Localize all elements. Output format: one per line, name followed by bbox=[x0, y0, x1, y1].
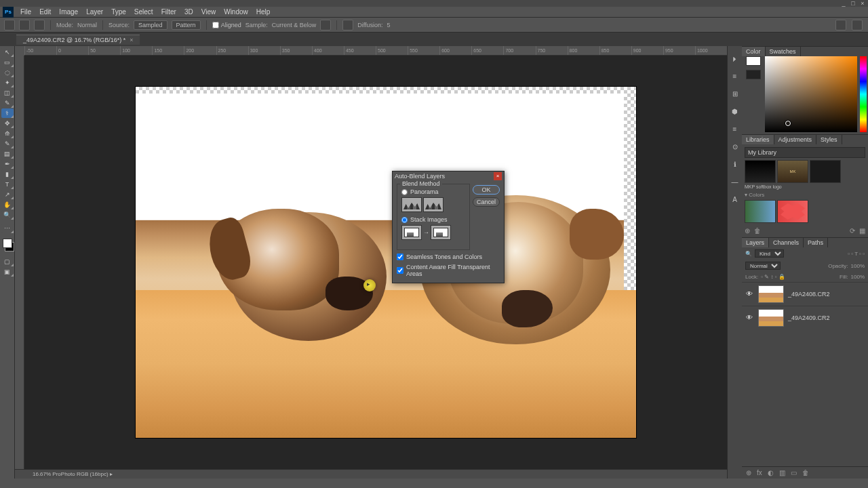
tool-crop[interactable]: ◫ bbox=[1, 88, 14, 98]
sample-value[interactable]: Current & Below bbox=[272, 22, 317, 28]
ruler-horizontal[interactable]: -500501001502002503003504004505005506006… bbox=[24, 46, 727, 56]
color-chip-fg[interactable] bbox=[746, 56, 761, 66]
tool-marquee[interactable]: ▭ bbox=[1, 58, 14, 67]
menu-select[interactable]: Select bbox=[130, 8, 157, 16]
radio-stack-images[interactable]: Stack Images bbox=[401, 216, 465, 223]
tool-type[interactable]: T bbox=[1, 180, 14, 189]
tab-paths[interactable]: Paths bbox=[804, 238, 828, 247]
hue-bar[interactable] bbox=[860, 56, 867, 132]
layer-thumbnail[interactable] bbox=[758, 285, 784, 303]
tool-clone-stamp[interactable]: ⟰ bbox=[1, 129, 14, 138]
layer-row[interactable]: 👁 _49A2409.CR2 bbox=[742, 306, 868, 329]
tool-hand[interactable]: ✋ bbox=[1, 200, 14, 209]
tab-layers[interactable]: Layers bbox=[742, 238, 769, 247]
search-icon[interactable] bbox=[835, 20, 846, 30]
cancel-button[interactable]: Cancel bbox=[473, 197, 500, 207]
library-selector[interactable]: My Library bbox=[745, 147, 865, 158]
lib-trash-icon[interactable]: 🗑 bbox=[754, 227, 761, 235]
tool-move[interactable]: ↖ bbox=[1, 47, 14, 57]
tab-channels[interactable]: Channels bbox=[769, 238, 804, 247]
library-color-swatch[interactable] bbox=[745, 200, 776, 223]
check-seamless[interactable]: Seamless Tones and Colors bbox=[397, 253, 500, 260]
new-layer-icon[interactable]: ▭ bbox=[791, 469, 797, 476]
navigator-icon[interactable]: ⊙ bbox=[730, 141, 741, 152]
info-icon[interactable]: ℹ bbox=[730, 159, 741, 169]
tool-color-mode[interactable]: ⋯ bbox=[1, 224, 14, 233]
color-picker-knob[interactable] bbox=[785, 121, 791, 126]
library-color-swatch[interactable] bbox=[777, 200, 808, 223]
ruler-vertical[interactable] bbox=[15, 56, 24, 479]
ok-button[interactable]: OK bbox=[473, 185, 500, 195]
lib-sync-icon[interactable]: ⟳ bbox=[850, 227, 855, 235]
brush-panel-icon[interactable] bbox=[34, 20, 45, 30]
menu-window[interactable]: Window bbox=[220, 8, 252, 16]
layer-row[interactable]: 👁 _49A2408.CR2 bbox=[742, 282, 868, 306]
tool-eyedropper[interactable]: ✎ bbox=[1, 98, 14, 108]
menu-filter[interactable]: Filter bbox=[157, 8, 180, 16]
radio-panorama[interactable]: Panorama bbox=[401, 188, 465, 195]
quickmask-icon[interactable]: ▢ bbox=[1, 257, 14, 266]
menu-type[interactable]: Type bbox=[107, 8, 130, 16]
document-tab-close-icon[interactable]: × bbox=[130, 37, 133, 43]
menu-edit[interactable]: Edit bbox=[35, 8, 55, 16]
aligned-checkbox[interactable]: Aligned bbox=[212, 22, 241, 28]
workspace-icon[interactable] bbox=[852, 20, 863, 30]
delete-layer-icon[interactable]: 🗑 bbox=[802, 469, 809, 476]
diffusion-value[interactable]: 5 bbox=[387, 22, 391, 28]
library-item[interactable] bbox=[810, 160, 841, 183]
visibility-toggle-icon[interactable]: 👁 bbox=[746, 290, 754, 298]
tool-path[interactable]: ↗ bbox=[1, 190, 14, 199]
library-item[interactable] bbox=[745, 160, 776, 183]
tab-color[interactable]: Color bbox=[742, 47, 766, 56]
brush-picker-icon[interactable] bbox=[19, 20, 30, 30]
dialog-close-icon[interactable]: × bbox=[494, 172, 502, 180]
layer-thumbnail[interactable] bbox=[758, 309, 784, 327]
tool-brush[interactable]: ✥ bbox=[1, 119, 14, 128]
window-minimize[interactable]: _ bbox=[840, 0, 848, 7]
tool-dodge[interactable]: ▮ bbox=[1, 169, 14, 179]
source-pattern[interactable]: Pattern bbox=[172, 20, 201, 30]
tool-preset-icon[interactable] bbox=[4, 20, 15, 30]
menu-image[interactable]: Image bbox=[55, 8, 82, 16]
mode-value[interactable]: Normal bbox=[77, 22, 97, 28]
mask-icon[interactable]: ◐ bbox=[768, 469, 774, 476]
swatches-icon[interactable]: ≡ bbox=[730, 123, 741, 134]
new-group-icon[interactable]: ▥ bbox=[779, 469, 785, 476]
tab-swatches[interactable]: Swatches bbox=[766, 47, 801, 56]
color-field[interactable] bbox=[765, 56, 857, 132]
tool-zoom[interactable]: 🔍 bbox=[1, 210, 14, 220]
tool-eraser[interactable]: ▤ bbox=[1, 149, 14, 159]
lib-add-icon[interactable]: ⊕ bbox=[745, 227, 750, 235]
visibility-toggle-icon[interactable]: 👁 bbox=[746, 314, 754, 322]
lib-grid-icon[interactable]: ▦ bbox=[859, 227, 865, 235]
menu-help[interactable]: Help bbox=[252, 8, 275, 16]
tab-libraries[interactable]: Libraries bbox=[742, 135, 774, 144]
menu-view[interactable]: View bbox=[197, 8, 220, 16]
tab-adjustments[interactable]: Adjustments bbox=[774, 135, 817, 144]
menu-3d[interactable]: 3D bbox=[180, 8, 197, 16]
layer-name[interactable]: _49A2408.CR2 bbox=[788, 291, 830, 298]
layer-name[interactable]: _49A2409.CR2 bbox=[788, 314, 830, 321]
menu-file[interactable]: File bbox=[16, 8, 35, 16]
properties-icon[interactable]: ⊞ bbox=[730, 88, 741, 99]
tool-lasso[interactable]: ◌ bbox=[1, 68, 14, 77]
pressure-icon[interactable] bbox=[342, 20, 353, 30]
document-tab[interactable]: _49A2409.CR2 @ 16.7% (RGB/16*) * × bbox=[16, 35, 140, 45]
tool-history-brush[interactable]: ✎ bbox=[1, 139, 14, 148]
adjustments-icon[interactable]: ⬢ bbox=[730, 106, 741, 117]
tool-magic-wand[interactable]: ✦ bbox=[1, 78, 14, 87]
window-maximize[interactable]: □ bbox=[849, 0, 857, 7]
fx-icon[interactable]: fx bbox=[757, 469, 762, 476]
color-chip-bg[interactable] bbox=[746, 70, 761, 79]
check-content-aware-fill[interactable]: Content Aware Fill Transparent Areas bbox=[397, 264, 500, 277]
link-layers-icon[interactable]: ⊕ bbox=[746, 469, 751, 476]
layer-filter-kind[interactable]: Kind bbox=[755, 249, 784, 258]
document-canvas[interactable] bbox=[136, 87, 636, 438]
tab-styles[interactable]: Styles bbox=[816, 135, 842, 144]
expand-panels-icon[interactable]: ⏵ bbox=[730, 53, 741, 64]
foreground-color[interactable] bbox=[3, 239, 12, 248]
tool-gradient[interactable]: ✒ bbox=[1, 159, 14, 169]
screenmode-icon[interactable]: ▣ bbox=[1, 267, 14, 277]
layer-blend-mode[interactable]: Normal bbox=[745, 262, 781, 270]
character-icon[interactable]: A bbox=[730, 194, 741, 205]
